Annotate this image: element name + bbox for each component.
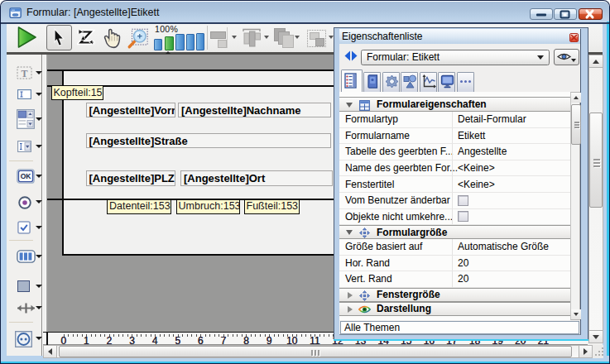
svg-text:T: T (21, 68, 27, 79)
svg-text:OK: OK (20, 172, 31, 180)
